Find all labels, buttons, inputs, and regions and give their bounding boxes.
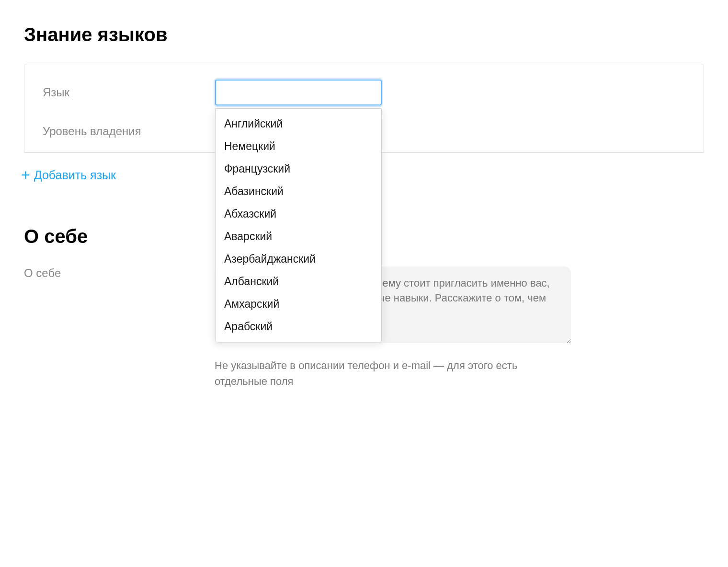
dropdown-item[interactable]: Арабский <box>216 315 381 338</box>
dropdown-item[interactable]: Немецкий <box>216 135 381 158</box>
language-label: Язык <box>43 86 215 99</box>
about-subtitle: О себе <box>24 266 215 280</box>
plus-icon: + <box>21 167 30 183</box>
language-input[interactable] <box>215 80 382 105</box>
dropdown-item[interactable]: Французский <box>216 158 381 180</box>
dropdown-item[interactable]: Азербайджанский <box>216 248 381 270</box>
language-field-row: Язык Английский Немецкий Французский Аба… <box>43 80 685 105</box>
dropdown-item[interactable]: Албанский <box>216 270 381 293</box>
dropdown-item[interactable]: Амхарский <box>216 293 381 315</box>
dropdown-item[interactable]: Аварский <box>216 225 381 248</box>
dropdown-item[interactable]: Абазинский <box>216 180 381 203</box>
language-input-wrap: Английский Немецкий Французский Абазинск… <box>215 80 382 105</box>
add-language-label: Добавить язык <box>34 168 116 182</box>
language-dropdown: Английский Немецкий Французский Абазинск… <box>215 108 382 342</box>
language-box: Язык Английский Немецкий Французский Аба… <box>24 65 704 153</box>
level-label: Уровень владения <box>43 125 215 138</box>
languages-section-title: Знание языков <box>24 24 704 46</box>
dropdown-item[interactable]: Абхазский <box>216 203 381 225</box>
about-hint: Не указывайте в описании телефон и e-mai… <box>215 358 550 389</box>
about-left-column: О себе <box>24 266 215 280</box>
add-language-button[interactable]: + Добавить язык <box>21 167 116 183</box>
dropdown-item[interactable]: Английский <box>216 113 381 135</box>
